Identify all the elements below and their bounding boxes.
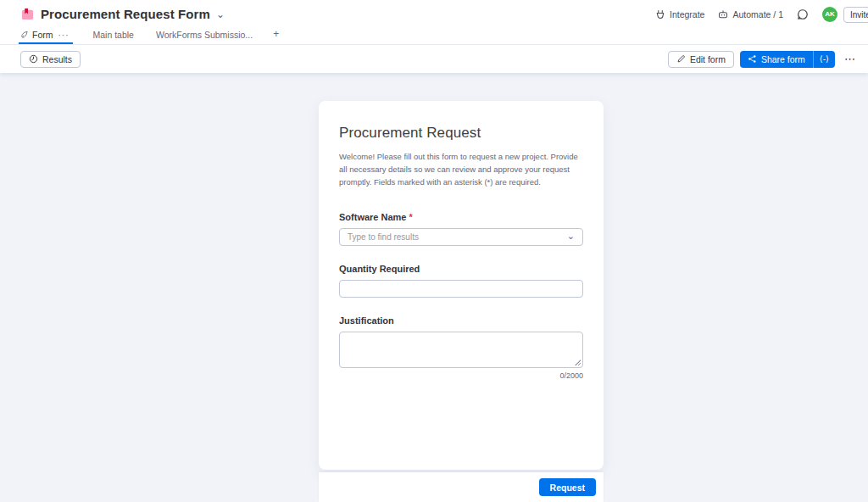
title-chevron-down-icon[interactable]: ⌄: [216, 11, 225, 18]
view-tabs: Form ··· Main table WorkForms Submissio.…: [0, 28, 868, 45]
toolbar-right: Edit form Share form ⟨-⟩ ⋯: [668, 51, 860, 68]
tab-workforms-submissions[interactable]: WorkForms Submissio...: [154, 30, 254, 44]
share-nodes-icon: [748, 54, 757, 64]
justification-textarea-wrap: [339, 332, 583, 368]
results-button[interactable]: Results: [20, 51, 81, 68]
header-actions: Integrate Automate / 1 AK: [655, 0, 837, 28]
tab-workforms-submissions-label: WorkForms Submissio...: [156, 30, 253, 40]
software-name-label-text: Software Name: [339, 212, 406, 222]
app-header: Procurement Request Form ⌄ Integrate Aut…: [0, 0, 868, 45]
quantity-required-input[interactable]: [339, 280, 583, 298]
results-label: Results: [42, 54, 72, 64]
clock-icon: [29, 54, 38, 64]
field-quantity-required: Quantity Required: [339, 264, 583, 298]
add-view-button[interactable]: +: [273, 28, 279, 44]
integrate-plug-icon: [655, 9, 665, 20]
software-name-placeholder: Type to find results: [348, 232, 419, 242]
tab-main-table[interactable]: Main table: [92, 30, 136, 44]
pencil-icon: [676, 54, 686, 64]
justification-textarea[interactable]: [339, 332, 583, 368]
chat-bubble-icon: [797, 8, 809, 20]
toolbar-more-menu[interactable]: ⋯: [841, 53, 860, 65]
form-footer: Request: [319, 472, 604, 502]
tab-main-table-label: Main table: [93, 30, 134, 40]
form-description: Welcome! Please fill out this form to re…: [339, 150, 578, 188]
embed-form-button[interactable]: ⟨-⟩: [813, 51, 835, 68]
tab-options-menu-icon[interactable]: ···: [57, 31, 71, 40]
share-form-split-button: Share form ⟨-⟩: [740, 51, 835, 68]
invite-button[interactable]: Invite /: [843, 7, 868, 23]
tab-form[interactable]: Form ···: [19, 30, 73, 44]
field-justification: Justification 0/2000: [339, 315, 583, 380]
software-name-dropdown[interactable]: Type to find results ⌄: [339, 228, 583, 246]
user-avatar[interactable]: AK: [822, 7, 837, 22]
form-title: Procurement Request: [339, 125, 583, 142]
justification-label: Justification: [339, 315, 583, 326]
edit-form-label: Edit form: [690, 54, 726, 64]
dropdown-chevron-down-icon: ⌄: [567, 233, 575, 238]
title-row: Procurement Request Form ⌄ Integrate Aut…: [0, 0, 868, 28]
character-counter: 0/2000: [339, 371, 583, 380]
integrate-button[interactable]: Integrate: [655, 9, 704, 20]
form-toolbar: Results Edit form Share form ⟨-⟩ ⋯: [0, 45, 868, 73]
quantity-required-label: Quantity Required: [339, 264, 583, 274]
integrate-label: Integrate: [670, 9, 704, 20]
form-tab-icon: [20, 31, 29, 39]
automate-label: Automate / 1: [732, 9, 783, 20]
updates-button[interactable]: [797, 8, 809, 20]
embed-icon: ⟨-⟩: [820, 54, 829, 64]
share-form-button[interactable]: Share form: [740, 51, 813, 68]
board-title[interactable]: Procurement Request Form: [41, 7, 210, 21]
automate-robot-icon: [718, 9, 728, 20]
required-asterisk: *: [409, 212, 412, 222]
workforms-icon: [21, 8, 34, 20]
share-form-label: Share form: [761, 54, 805, 64]
software-name-label: Software Name*: [339, 212, 583, 222]
automate-button[interactable]: Automate / 1: [718, 9, 783, 20]
form-card: Procurement Request Welcome! Please fill…: [319, 101, 604, 470]
request-submit-button[interactable]: Request: [539, 478, 596, 496]
tab-form-label: Form: [32, 30, 53, 40]
edit-form-button[interactable]: Edit form: [668, 51, 734, 68]
field-software-name: Software Name* Type to find results ⌄: [339, 212, 583, 246]
